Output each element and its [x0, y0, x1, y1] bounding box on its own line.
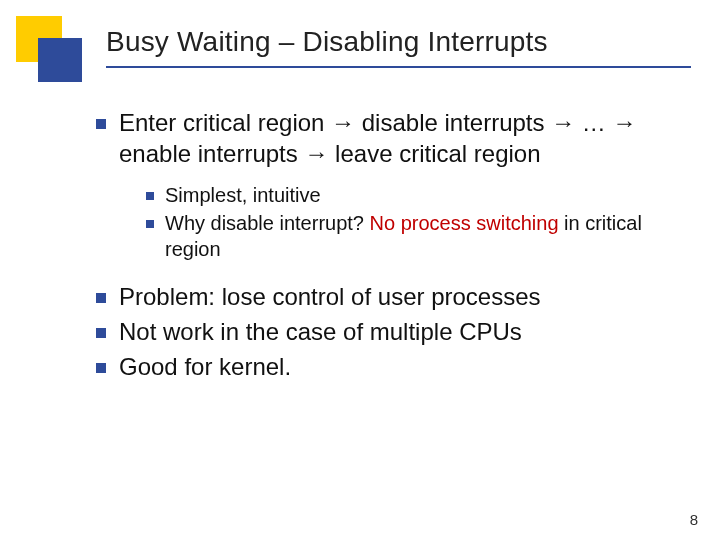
bullet-level1: Enter critical region → disable interrup…	[96, 108, 680, 169]
square-bullet-icon	[96, 363, 106, 373]
square-bullet-icon	[96, 119, 106, 129]
bullet-level1: Not work in the case of multiple CPUs	[96, 317, 680, 348]
sub1-text: Simplest, intuitive	[165, 183, 321, 209]
arrow-icon: →	[613, 109, 637, 136]
square-bullet-icon	[96, 293, 106, 303]
page-number: 8	[690, 511, 698, 528]
body: Enter critical region → disable interrup…	[96, 108, 680, 386]
lower2-text: Not work in the case of multiple CPUs	[119, 317, 522, 348]
txt: …	[575, 109, 612, 136]
square-bullet-icon	[146, 220, 154, 228]
arrow-icon: →	[331, 109, 355, 136]
bullet-level1: Problem: lose control of user processes	[96, 282, 680, 313]
txt: Why disable interrupt?	[165, 212, 370, 234]
bullet-level1: Good for kernel.	[96, 352, 680, 383]
arrow-icon: →	[551, 109, 575, 136]
lower-bullets: Problem: lose control of user processes …	[96, 282, 680, 382]
bullet-level2: Why disable interrupt? No process switch…	[146, 211, 680, 262]
title-underline	[106, 66, 691, 68]
bullet1-text: Enter critical region → disable interrup…	[119, 108, 680, 169]
txt: Enter critical region	[119, 109, 331, 136]
square-bullet-icon	[96, 328, 106, 338]
slide: Busy Waiting – Disabling Interrupts Ente…	[0, 0, 720, 540]
txt: leave critical region	[328, 140, 540, 167]
title-area: Busy Waiting – Disabling Interrupts	[106, 26, 680, 68]
lower1-text: Problem: lose control of user processes	[119, 282, 541, 313]
slide-title: Busy Waiting – Disabling Interrupts	[106, 26, 680, 58]
arrow-icon: →	[304, 140, 328, 167]
sub-bullets: Simplest, intuitive Why disable interrup…	[146, 183, 680, 262]
txt: disable interrupts	[355, 109, 551, 136]
sub2-text: Why disable interrupt? No process switch…	[165, 211, 680, 262]
square-bullet-icon	[146, 192, 154, 200]
lower3-text: Good for kernel.	[119, 352, 291, 383]
txt: enable interrupts	[119, 140, 304, 167]
blue-square	[38, 38, 82, 82]
bullet-level2: Simplest, intuitive	[146, 183, 680, 209]
corner-decoration	[16, 16, 80, 80]
highlight-text: No process switching	[370, 212, 559, 234]
